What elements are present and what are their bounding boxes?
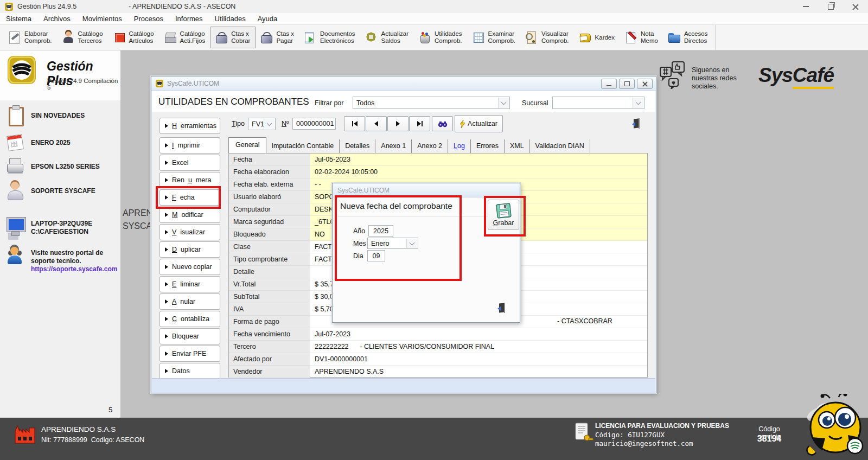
excel-button[interactable]: Excel — [159, 155, 220, 171]
screen: Gestión Plus 24.9.5 - APRENDIENDO S.A.S … — [0, 0, 868, 460]
window-close-button[interactable] — [637, 79, 653, 89]
previous-record-button[interactable] — [366, 116, 387, 131]
folder-icon — [668, 31, 681, 44]
toolbar-separator — [715, 25, 716, 50]
tab-errores[interactable]: Errores — [471, 139, 505, 153]
window-header: UTILIDADES EN COMPROBANTES Filtrar por T… — [152, 91, 655, 112]
chevron-down-icon — [264, 119, 275, 129]
lightning-icon — [460, 120, 465, 128]
sucursal-dropdown[interactable] — [552, 97, 644, 109]
dialog-titlebar[interactable]: SysCafé.UTICOM — [333, 183, 520, 197]
nuevo-copiar-button[interactable]: Nuevo copiar — [159, 259, 220, 275]
page-indicator: 5 — [108, 406, 112, 414]
toolbar-catalogo-terceros[interactable]: CatálogoTerceros — [58, 27, 108, 48]
visualizar-button[interactable]: Visualizar — [159, 224, 220, 240]
tab-validacion-dian[interactable]: Validacion DIAN — [530, 139, 590, 153]
desktop-text-fragment: APREN — [123, 208, 152, 218]
toolbar-documentos-electronicos[interactable]: DocumentosElectrónicos — [299, 27, 361, 48]
menu-utilidades[interactable]: Utilidades — [209, 15, 252, 23]
search-button[interactable] — [432, 116, 453, 131]
renumera-button[interactable]: Renumera — [159, 172, 220, 188]
toolbar-utilidades-comprob[interactable]: UtilidadesComprob. — [414, 27, 468, 48]
bloquear-button[interactable]: Bloquear — [159, 328, 220, 344]
toolbar-ctas-x-pagar[interactable]: Ctas xPagar — [256, 27, 299, 48]
menu-informes[interactable]: Informes — [169, 15, 209, 23]
fax-machine-icon — [164, 31, 177, 44]
imprimir-button[interactable]: Imprimir — [159, 137, 220, 154]
tipo-dropdown[interactable]: FV1 — [248, 118, 276, 130]
next-record-button[interactable] — [387, 116, 409, 131]
window-title: SysCafé.UTICOM — [167, 80, 219, 87]
red-cube-icon — [115, 33, 125, 42]
modificar-button[interactable]: Modificar — [159, 207, 220, 223]
toolbar-nota-memo[interactable]: NotaMemo — [620, 27, 663, 48]
headset-support-icon — [5, 246, 26, 266]
menu-movimientos[interactable]: Movimientos — [76, 15, 128, 23]
eliminar-button[interactable]: Eliminar — [159, 276, 220, 292]
user-icon — [5, 181, 26, 202]
close-button[interactable] — [843, 0, 868, 13]
filter-dropdown[interactable]: Todos — [353, 97, 510, 109]
ano-input[interactable]: 2025 — [368, 225, 393, 237]
factory-icon — [14, 424, 36, 444]
mes-dropdown[interactable]: Enero — [367, 238, 418, 249]
menu-archivos[interactable]: Archivos — [37, 15, 76, 23]
toolbar-ctas-x-cobrar[interactable]: Ctas xCobrar — [210, 27, 256, 48]
gestion-plus-logo-icon — [8, 56, 36, 84]
tab-xml[interactable]: XML — [505, 139, 530, 153]
menu-sistema[interactable]: Sistema — [0, 15, 37, 23]
tab-anexo-1[interactable]: Anexo 1 — [375, 139, 412, 153]
toolbar-examinar-comprob[interactable]: ExaminarComprob. — [468, 27, 521, 48]
window-maximize-button[interactable] — [619, 79, 635, 89]
gear-icon — [365, 31, 378, 44]
tab-general[interactable]: General — [228, 137, 266, 153]
app-subtitle: - APRENDIENDO S.A.S - ASECON — [129, 3, 235, 10]
toolbar-elaborar-comprob[interactable]: ElaborarComprob. — [3, 27, 58, 48]
anular-button[interactable]: Anular — [159, 293, 220, 310]
app-title: Gestión Plus 24.9.5 — [17, 3, 76, 10]
paint-bucket-icon — [418, 31, 431, 44]
enviar-pfe-button[interactable]: Enviar PFE — [159, 346, 220, 362]
tab-anexo-2[interactable]: Anexo 2 — [412, 139, 448, 153]
restore-button[interactable] — [818, 0, 843, 13]
toolbar: ElaborarComprob. CatálogoTerceros Catálo… — [0, 24, 868, 50]
toolbar-actualizar-saldos[interactable]: ActualizarSaldos — [361, 27, 414, 48]
tab-log[interactable]: Log — [448, 139, 471, 153]
support-portal-link[interactable]: https://soporte.syscafe.com — [31, 265, 117, 273]
dialog-exit-door-icon[interactable] — [495, 303, 506, 314]
fecha-button[interactable]: Fecha — [159, 189, 220, 206]
herramientas-button[interactable]: Herramientas — [159, 118, 220, 134]
window-icon — [156, 80, 163, 87]
window-minimize-button[interactable] — [601, 79, 617, 89]
license-line-1: LICENCIA PARA EVALUACION Y PRUEBAS — [595, 422, 729, 430]
numero-input[interactable]: 0000000001 — [292, 118, 336, 130]
window-titlebar[interactable]: SysCafé.UTICOM — [151, 76, 656, 91]
menu-ayuda[interactable]: Ayuda — [252, 15, 284, 23]
tab-imputacion-contable[interactable]: Imputación Contable — [266, 139, 340, 153]
menu-procesos[interactable]: Procesos — [128, 15, 169, 23]
dia-input[interactable]: 09 — [367, 250, 385, 261]
grabar-button[interactable]: Grabar — [488, 200, 519, 230]
license-line-2: Código: 6IU127GUX — [595, 431, 665, 439]
tab-detalles[interactable]: Detalles — [340, 139, 375, 153]
clipboard-icon — [5, 106, 26, 126]
minimize-button[interactable] — [793, 0, 818, 13]
purse-icon — [260, 31, 273, 44]
toolbar-visualizar-comprob[interactable]: VisualizarComprob. — [521, 27, 575, 48]
contabiliza-button[interactable]: Contabiliza — [159, 311, 220, 327]
datos-button[interactable]: Datos — [159, 363, 220, 379]
actualizar-button[interactable]: Actualizar — [455, 115, 503, 132]
statusbar-company: APRENDIENDO S.A.S — [41, 425, 116, 433]
toolbar-accesos-directos[interactable]: AccesosDirectos — [663, 27, 713, 48]
toolbar-kardex[interactable]: Kardex — [575, 27, 620, 48]
nueva-fecha-dialog: SysCafé.UTICOM Nueva fecha del comproban… — [332, 183, 520, 323]
form-row: VendedorAPRENDIENDO S.A.S — [229, 366, 647, 378]
duplicar-button[interactable]: Duplicar — [159, 241, 220, 258]
last-record-button[interactable] — [409, 116, 430, 131]
toolbar-catalogo-articulos[interactable]: CatálogoArtículos — [108, 27, 159, 48]
first-record-button[interactable] — [344, 116, 365, 131]
exit-door-icon[interactable] — [630, 118, 641, 129]
codigo-servicio-value: 38194 — [749, 434, 790, 444]
toolbar-catalogo-actifijos[interactable]: CatálogoActi.Fijos — [159, 27, 211, 48]
desktop-text-fragment: SYSCA — [123, 221, 152, 231]
